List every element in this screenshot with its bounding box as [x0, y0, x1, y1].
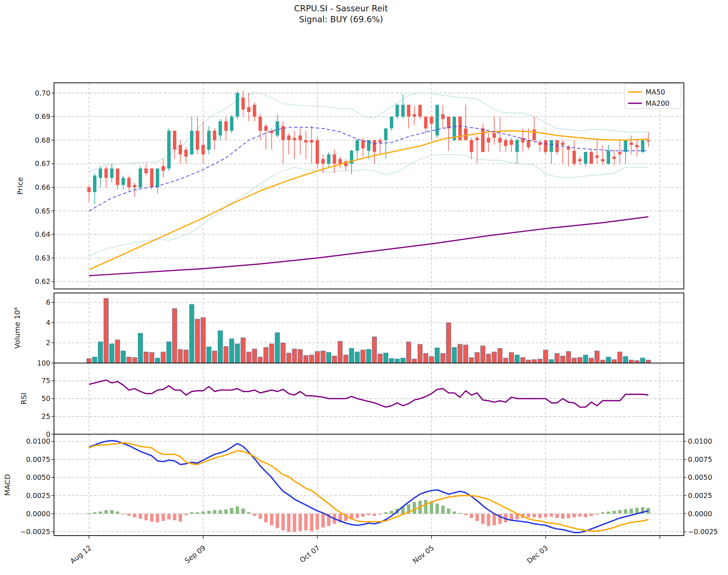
macd-hist-bar	[555, 514, 559, 518]
volume-bar	[104, 298, 109, 363]
volume-bar	[252, 349, 257, 363]
candle-body	[384, 128, 387, 140]
rsi-ytick-label: 50	[42, 394, 50, 402]
macd-hist-bar	[162, 514, 165, 521]
candle-body	[230, 117, 233, 131]
volume-bar	[486, 354, 491, 363]
macd-hist-bar	[573, 514, 576, 517]
volume-bar	[469, 358, 474, 363]
candle-body	[110, 169, 113, 178]
candle-body	[515, 140, 519, 152]
macd-hist-bar	[595, 514, 599, 514]
price-ytick-label: 0.69	[35, 112, 50, 120]
macd-hist-bar	[293, 514, 296, 532]
volume-bar	[555, 354, 559, 363]
candle-body	[487, 138, 490, 143]
macd-hist-bar	[441, 506, 445, 514]
rsi-line	[89, 380, 648, 407]
price-ytick-label: 0.63	[35, 254, 50, 262]
candle-body	[270, 131, 273, 133]
volume-bar	[640, 358, 645, 363]
candle-body	[527, 140, 530, 147]
volume-bar	[578, 358, 582, 363]
legend-label-ma200: MA200	[646, 99, 670, 107]
volume-bar	[258, 357, 263, 363]
volume-axis-label: Volume 10⁶	[13, 307, 22, 349]
volume-bar	[212, 351, 217, 363]
x-tick-label: Oct 07	[298, 544, 321, 564]
macd-hist-bar	[561, 514, 564, 519]
volume-bar	[155, 358, 160, 363]
candle-body	[167, 131, 170, 168]
volume-bar	[241, 338, 245, 363]
candle-body	[618, 152, 621, 154]
candle-body	[139, 169, 142, 188]
volume-bar	[378, 354, 383, 363]
volume-bar	[543, 350, 548, 363]
volume-bar	[617, 352, 622, 363]
volume-bar	[549, 359, 554, 363]
candle-body	[196, 131, 199, 150]
volume-bar	[389, 359, 394, 363]
candle-body	[498, 138, 502, 143]
volume-bar	[532, 359, 537, 363]
rsi-ytick-label: 25	[42, 412, 50, 420]
volume-bar	[229, 339, 234, 363]
candle-body	[584, 152, 587, 164]
macd-right-ytick-label: 0.0000	[688, 510, 712, 518]
macd-hist-bar	[453, 512, 456, 514]
chart-canvas: 0.620.630.640.650.660.670.680.690.702460…	[0, 0, 728, 575]
volume-bar	[87, 359, 92, 363]
candle-body	[144, 169, 148, 173]
candle-body	[612, 157, 616, 159]
candle-body	[224, 121, 228, 131]
macd-hist-bar	[87, 513, 90, 514]
candle-body	[156, 169, 159, 188]
volume-bars	[87, 298, 651, 363]
candle-body	[624, 140, 627, 152]
candlesticks	[87, 91, 650, 204]
macd-hist-bar	[533, 514, 536, 517]
volume-bar	[395, 359, 400, 363]
volume-bar	[286, 353, 291, 363]
candle-body	[241, 98, 245, 109]
candle-body	[201, 145, 205, 154]
candle-body	[184, 150, 187, 157]
volume-bar	[464, 345, 468, 363]
volume-bar	[349, 348, 354, 363]
macd-hist-bar	[93, 512, 96, 514]
volume-bar	[572, 358, 577, 363]
macd-hist-bar	[601, 512, 604, 514]
volume-bar	[441, 354, 445, 363]
candle-body	[253, 105, 256, 116]
volume-bar	[412, 359, 417, 363]
volume-bar	[629, 360, 634, 363]
volume-bar	[150, 352, 154, 363]
macd-hist-bar	[458, 513, 462, 514]
macd-hist-bar	[378, 514, 382, 514]
candle-body	[173, 131, 176, 150]
rsi-ytick-label: 100	[37, 359, 50, 367]
ma200-line	[89, 217, 648, 276]
macd-hist-bar	[435, 503, 439, 514]
macd-hist-bar	[247, 512, 251, 514]
candle-body	[401, 105, 404, 116]
candle-body	[259, 117, 262, 131]
macd-right-ytick-label: 0.0075	[688, 455, 712, 463]
macd-hist-bar	[470, 514, 473, 518]
price-ytick-label: 0.67	[35, 159, 50, 167]
macd-hist-bar	[116, 512, 119, 514]
volume-bar	[446, 323, 451, 363]
candle-body	[573, 151, 576, 164]
axes: 0.620.630.640.650.660.670.680.690.702460…	[3, 83, 718, 565]
volume-bar	[184, 350, 189, 363]
macd-ytick-label: 0.0000	[26, 510, 50, 518]
volume-bar	[167, 342, 171, 363]
volume-bar	[372, 337, 377, 363]
macd-hist-bar	[315, 514, 319, 530]
candle-body	[590, 152, 593, 164]
volume-bar	[384, 353, 388, 363]
macd-hist-bar	[207, 511, 210, 514]
volume-bar	[144, 352, 148, 363]
candle-body	[395, 105, 399, 116]
